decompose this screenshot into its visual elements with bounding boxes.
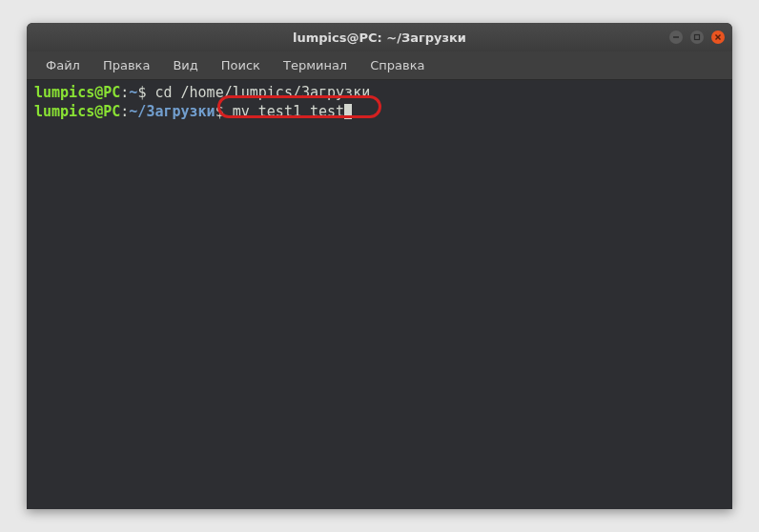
terminal-body[interactable]: lumpics@PC:~$ cd /home/lumpics/Загрузки … <box>27 80 732 509</box>
terminal-line-2: lumpics@PC:~/Загрузки$ mv test1 test <box>34 103 725 122</box>
prompt-dollar: $ <box>137 84 154 101</box>
window-title: lumpics@PC: ~/Загрузки <box>293 31 466 45</box>
prompt-colon: : <box>120 103 129 120</box>
prompt-path: ~/Загрузки <box>129 103 215 120</box>
minimize-button[interactable] <box>669 31 683 44</box>
close-icon <box>714 33 722 41</box>
command-text: cd /home/lumpics/Загрузки <box>154 84 370 101</box>
menu-edit[interactable]: Правка <box>93 54 159 76</box>
titlebar[interactable]: lumpics@PC: ~/Загрузки <box>27 23 732 51</box>
maximize-icon <box>693 33 701 41</box>
svg-rect-1 <box>695 35 700 40</box>
menu-terminal[interactable]: Терминал <box>274 54 357 76</box>
menu-help[interactable]: Справка <box>360 54 434 76</box>
menu-search[interactable]: Поиск <box>212 54 270 76</box>
prompt-dollar: $ <box>215 103 233 120</box>
menu-view[interactable]: Вид <box>163 54 207 76</box>
command-text: mv test1 test <box>233 103 344 120</box>
maximize-button[interactable] <box>690 31 704 44</box>
terminal-line-1: lumpics@PC:~$ cd /home/lumpics/Загрузки <box>34 84 725 103</box>
prompt-user: lumpics@PC <box>34 84 120 101</box>
prompt-colon: : <box>120 84 129 101</box>
terminal-window: lumpics@PC: ~/Загрузки Файл Правка Вид П… <box>27 23 732 509</box>
menu-file[interactable]: Файл <box>36 54 90 76</box>
window-controls <box>669 31 725 44</box>
prompt-user: lumpics@PC <box>34 103 120 120</box>
menubar: Файл Правка Вид Поиск Терминал Справка <box>27 51 732 80</box>
minimize-icon <box>672 33 680 41</box>
close-button[interactable] <box>711 31 725 44</box>
cursor <box>344 104 352 119</box>
